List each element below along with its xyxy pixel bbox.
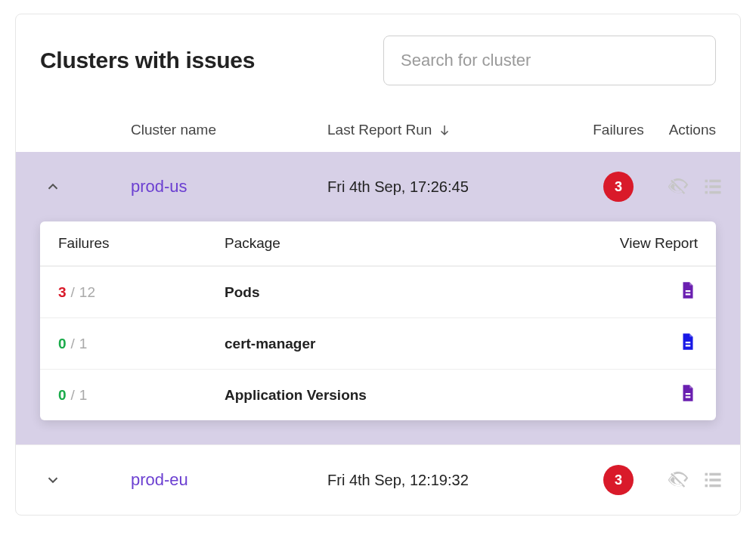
chevron-up-icon[interactable] [40,178,131,195]
chevron-down-icon[interactable] [40,472,131,488]
detail-col-failures: Failures [58,235,225,252]
svg-rect-0 [705,180,708,183]
col-cluster-name[interactable]: Cluster name [131,122,327,138]
detail-total-count: 1 [79,387,88,403]
svg-rect-1 [709,180,720,183]
detail-col-package: Package [225,235,584,252]
detail-package-name: Pods [225,284,584,301]
detail-failures: 0/1 [58,336,225,352]
detail-row: 3/12 Pods [40,266,716,317]
detail-fail-count: 0 [58,387,67,403]
detail-headers: Failures Package View Report [40,221,716,266]
detail-failures: 0/1 [58,387,225,404]
col-failures[interactable]: Failures [547,122,668,138]
svg-rect-3 [709,185,720,188]
svg-rect-2 [705,185,708,188]
detail-row: 0/1 Application Versions [40,369,716,420]
panel-header: Clusters with issues [16,14,740,107]
cluster-last-run: Fri 4th Sep, 17:26:45 [327,178,547,196]
svg-rect-11 [709,485,720,488]
view-report-icon[interactable] [678,332,698,355]
svg-rect-7 [709,473,720,476]
cluster-detail-panel: Failures Package View Report 3/12 Pods 0… [16,221,740,444]
svg-rect-5 [709,191,720,194]
failures-count: 3 [603,172,634,202]
panel-title: Clusters with issues [40,48,255,73]
col-actions: Actions [668,122,716,138]
cluster-failures-badge: 3 [547,465,668,495]
svg-rect-10 [705,485,708,488]
view-report-icon[interactable] [678,280,698,304]
clusters-panel: Clusters with issues Cluster name Last R… [15,14,741,516]
view-report-icon[interactable] [678,383,698,407]
failures-count: 3 [603,465,634,495]
detail-total-count: 1 [79,336,88,351]
column-headers: Cluster name Last Report Run Failures Ac… [16,107,740,152]
list-icon[interactable] [702,176,723,197]
detail-total-count: 12 [79,284,95,300]
hide-icon[interactable] [668,469,689,491]
col-last-run[interactable]: Last Report Run [327,122,547,138]
list-icon[interactable] [702,469,723,491]
detail-package-name: Application Versions [225,387,584,404]
svg-rect-4 [705,191,708,194]
cluster-name-link[interactable]: prod-us [131,177,327,197]
hide-icon[interactable] [668,176,689,197]
svg-rect-8 [705,478,708,482]
detail-card: Failures Package View Report 3/12 Pods 0… [40,221,716,420]
cluster-failures-badge: 3 [547,172,668,202]
cluster-row[interactable]: prod-eu Fri 4th Sep, 12:19:32 3 [16,445,740,515]
svg-rect-6 [705,473,708,476]
cluster-last-run: Fri 4th Sep, 12:19:32 [327,472,547,489]
detail-package-name: cert-manager [225,336,584,352]
cluster-row[interactable]: prod-us Fri 4th Sep, 17:26:45 3 [16,152,740,221]
cluster-search-input[interactable] [383,36,716,85]
cluster-name-link[interactable]: prod-eu [131,470,327,490]
detail-failures: 3/12 [58,284,225,301]
sort-arrow-down-icon [438,123,451,137]
detail-row: 0/1 cert-manager [40,317,716,369]
detail-fail-count: 0 [58,336,67,351]
col-last-run-label: Last Report Run [327,122,432,138]
detail-fail-count: 3 [58,284,67,300]
svg-rect-9 [709,478,720,482]
detail-col-view-report: View Report [584,235,698,252]
